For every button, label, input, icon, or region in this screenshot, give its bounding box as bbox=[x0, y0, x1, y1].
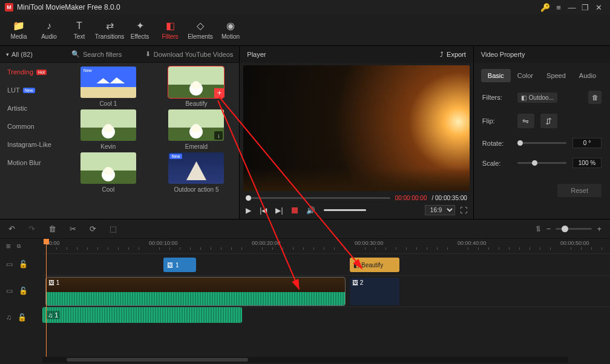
video-track[interactable]: 🖼 1 🖼 2 bbox=[42, 275, 610, 307]
lock-icon[interactable]: 🔓 bbox=[19, 287, 28, 295]
category-trending[interactable]: TrendingHot bbox=[0, 63, 65, 81]
app-logo: M bbox=[5, 3, 13, 11]
toolbar-audio[interactable]: ♪Audio bbox=[34, 15, 64, 45]
zoom-slider[interactable] bbox=[556, 228, 592, 230]
volume-slider[interactable] bbox=[324, 209, 366, 211]
speed-button[interactable]: ⟳ bbox=[90, 224, 96, 233]
search-input[interactable]: Search filters bbox=[83, 51, 122, 58]
timeline: ↶ ↷ 🗑 ✂ ⟳ ⬚ ⥮ − + ⊞⧉ ▭🔓 ▭🔓 ♫🔓 00:0000:00… bbox=[0, 219, 610, 364]
video-preview[interactable] bbox=[243, 65, 470, 191]
fullscreen-button[interactable]: ⛶ bbox=[460, 206, 467, 215]
export-icon: ⤴ bbox=[440, 51, 444, 58]
toolbar-media[interactable]: 📁Media bbox=[4, 15, 34, 45]
video-clip-2[interactable]: 🖼 2 bbox=[350, 278, 399, 305]
titlebar: M MiniTool MovieMaker Free 8.0.0 🔑 ≡ — ❐… bbox=[0, 0, 610, 15]
video-clip-1[interactable]: 🖼 1 bbox=[46, 278, 345, 305]
aspect-ratio-select[interactable]: 16:9 bbox=[425, 205, 455, 215]
main-toolbar: 📁Media♪AudioTText⇄Transitions✦Effects◧Fi… bbox=[0, 15, 610, 46]
player-panel: Player ⤴ Export 00:00:00:00 / 00:00:35:0… bbox=[239, 46, 474, 219]
scale-value[interactable]: 100 % bbox=[572, 158, 602, 168]
ruler-tick: 00:00:30:00 bbox=[355, 240, 384, 246]
toolbar-motion[interactable]: ◉Motion bbox=[215, 15, 246, 45]
filter-outdoor-action-5[interactable]: NewOutdoor action 5 bbox=[160, 152, 234, 193]
track-layout-button[interactable]: ⧉ bbox=[17, 243, 21, 250]
rotate-value[interactable]: 0 ° bbox=[572, 138, 602, 148]
scale-label: Scale: bbox=[482, 160, 511, 167]
lock-icon[interactable]: 🔓 bbox=[19, 260, 28, 268]
redo-button[interactable]: ↷ bbox=[28, 224, 35, 233]
download-youtube-link[interactable]: Download YouTube Videos bbox=[154, 51, 234, 58]
applied-filter-chip[interactable]: ◧Outdoo... bbox=[517, 93, 557, 103]
categories-count: All (82) bbox=[11, 51, 33, 58]
scale-slider[interactable] bbox=[517, 162, 566, 164]
download-icon: ⬇ bbox=[145, 50, 151, 58]
filter-cool-1[interactable]: NewCool 1 bbox=[71, 67, 145, 107]
add-track-button[interactable]: ⊞ bbox=[6, 243, 11, 249]
rotate-slider[interactable] bbox=[517, 142, 566, 144]
minimize-button[interactable]: — bbox=[565, 3, 579, 12]
next-frame-button[interactable]: ▶| bbox=[275, 206, 283, 215]
category-artistic[interactable]: Artistic bbox=[0, 99, 65, 117]
beautify-filter-clip[interactable]: ◧Beautify bbox=[350, 258, 399, 272]
audio-track-icon: ♫ bbox=[6, 313, 11, 322]
ruler-tick: 00:00:50:00 bbox=[560, 240, 589, 246]
lock-icon[interactable]: 🔓 bbox=[18, 313, 27, 322]
undo-button[interactable]: ↶ bbox=[8, 224, 15, 233]
audio-track[interactable]: ♫ 1 bbox=[42, 307, 610, 328]
timeline-scrollbar[interactable] bbox=[42, 357, 568, 363]
ruler-tick: 00:00:10:00 bbox=[149, 240, 178, 246]
stop-button[interactable] bbox=[292, 207, 298, 213]
image-icon: 🖼 1 bbox=[48, 279, 59, 286]
toolbar-filters[interactable]: ◧Filters bbox=[155, 15, 185, 45]
prop-tab-basic[interactable]: Basic bbox=[481, 69, 511, 82]
prop-tab-color[interactable]: Color bbox=[511, 69, 540, 82]
premium-key-icon[interactable]: 🔑 bbox=[539, 3, 552, 12]
filter-cool[interactable]: Cool bbox=[71, 152, 145, 193]
toolbar-effects[interactable]: ✦Effects bbox=[125, 15, 155, 45]
filter-kevin[interactable]: Kevin bbox=[71, 109, 145, 150]
zoom-fit-button[interactable]: ⥮ bbox=[535, 224, 542, 233]
fx-track-icon: ▭ bbox=[6, 260, 13, 268]
play-button[interactable]: ▶ bbox=[246, 206, 251, 215]
prev-frame-button[interactable]: |◀ bbox=[260, 206, 267, 215]
timeline-toolbar: ↶ ↷ 🗑 ✂ ⟳ ⬚ ⥮ − + bbox=[0, 219, 610, 239]
delete-filter-button[interactable]: 🗑 bbox=[588, 91, 602, 104]
crop-button[interactable]: ⬚ bbox=[110, 224, 117, 233]
effect-clip[interactable]: 🖼1 bbox=[163, 258, 196, 272]
menu-icon[interactable]: ≡ bbox=[552, 3, 565, 12]
time-ruler[interactable]: 00:0000:00:10:0000:00:20:0000:00:30:0000… bbox=[42, 239, 610, 253]
category-motion-blur[interactable]: Motion Blur bbox=[0, 154, 65, 172]
category-common[interactable]: Common bbox=[0, 117, 65, 135]
effects-track[interactable]: 🖼1 ◧Beautify bbox=[42, 253, 610, 275]
props-title: Video Property bbox=[481, 51, 525, 58]
maximize-button[interactable]: ❐ bbox=[579, 3, 592, 12]
split-button[interactable]: ✂ bbox=[70, 224, 76, 233]
seek-bar[interactable] bbox=[246, 197, 390, 199]
filter-grid: 🔍 Search filters ⬇ Download YouTube Vide… bbox=[65, 46, 239, 219]
audio-waveform bbox=[46, 292, 345, 305]
volume-icon[interactable]: 🔊 bbox=[306, 206, 315, 215]
prop-tab-audio[interactable]: Audio bbox=[572, 69, 603, 82]
filter-emerald[interactable]: ↓Emerald bbox=[160, 109, 234, 150]
playhead[interactable] bbox=[46, 239, 47, 357]
filter-beautify[interactable]: +Beautify bbox=[160, 67, 234, 107]
zoom-in-button[interactable]: + bbox=[597, 224, 602, 233]
category-instagram-like[interactable]: Instagram-Like bbox=[0, 135, 65, 154]
toolbar-text[interactable]: TText bbox=[64, 15, 94, 45]
categories-header[interactable]: ▾ All (82) bbox=[0, 46, 65, 63]
flip-horizontal-button[interactable]: ⇋ bbox=[517, 114, 534, 128]
image-icon: 🖼 bbox=[167, 262, 173, 268]
zoom-out-button[interactable]: − bbox=[546, 224, 551, 233]
toolbar-transitions[interactable]: ⇄Transitions bbox=[94, 15, 125, 45]
audio-clip[interactable]: ♫ 1 bbox=[42, 307, 242, 323]
toolbar-elements[interactable]: ◇Elements bbox=[185, 15, 215, 45]
close-button[interactable]: ✕ bbox=[592, 3, 605, 12]
export-button[interactable]: ⤴ Export bbox=[440, 51, 466, 58]
prop-tab-speed[interactable]: Speed bbox=[540, 69, 572, 82]
current-time: 00:00:00:00 bbox=[395, 195, 427, 201]
filter-icon: ◧ bbox=[353, 262, 359, 268]
reset-button[interactable]: Reset bbox=[557, 184, 602, 197]
category-lut[interactable]: LUTNew bbox=[0, 81, 65, 99]
flip-vertical-button[interactable]: ⇵ bbox=[540, 114, 557, 128]
delete-button[interactable]: 🗑 bbox=[48, 224, 56, 233]
